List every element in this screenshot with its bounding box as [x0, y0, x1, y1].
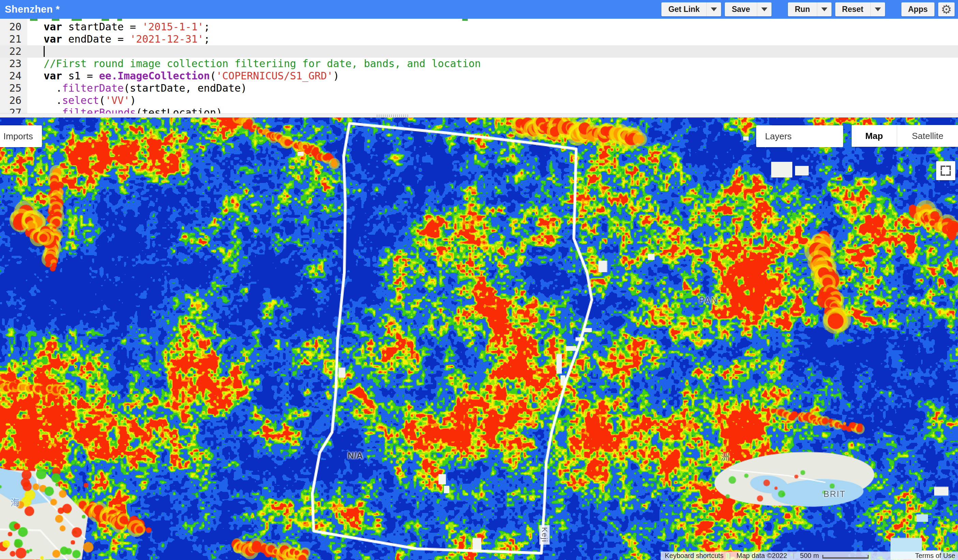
save-dropdown-arrow[interactable] [757, 2, 771, 16]
code-text: .select('VV') [27, 94, 136, 107]
text-cursor [44, 46, 44, 57]
attribution-divider [793, 553, 794, 558]
line-number: 21 [0, 33, 27, 45]
code-line[interactable]: 23//First round image collection filteri… [0, 58, 958, 70]
imports-panel[interactable]: Imports [0, 125, 42, 147]
reset-label: Reset [835, 5, 871, 14]
get-link-label: Get Link [661, 5, 706, 14]
code-line[interactable]: 22 [0, 45, 958, 58]
terms-of-use-link[interactable]: Terms of Use [915, 552, 955, 560]
gear-icon: ⚙ [941, 2, 952, 17]
run-label: Run [788, 5, 817, 14]
code-text: //First round image collection filteriin… [27, 58, 481, 70]
line-number: 24 [0, 70, 27, 82]
code-text: var s1 = ee.ImageCollection('COPERNICUS/… [27, 70, 339, 82]
gee-code-editor-app: Shenzhen * Get Link Save Run Reset Apps [0, 0, 958, 560]
apps-label: Apps [901, 5, 935, 14]
code-text [27, 45, 44, 58]
toolbar: Get Link Save Run Reset Apps ⚙ [661, 2, 955, 16]
code-editor[interactable]: 20var startDate = '2015-1-1';21var endDa… [0, 19, 958, 114]
scale-label: 500 m [800, 552, 819, 560]
title-bar: Shenzhen * Get Link Save Run Reset Apps [0, 0, 958, 19]
get-link-button[interactable]: Get Link [661, 2, 721, 16]
code-text: .filterDate(startDate, endDate) [27, 82, 247, 94]
line-number: 20 [0, 21, 27, 33]
map-attribution-bar: Keyboard shortcuts Map data ©2022 500 m … [661, 552, 958, 560]
map-type-map-button[interactable]: Map [852, 125, 897, 147]
save-button[interactable]: Save [725, 2, 771, 16]
apps-button[interactable]: Apps [901, 2, 935, 16]
map-canvas[interactable] [0, 117, 958, 560]
reset-dropdown-arrow[interactable] [871, 2, 885, 16]
chevron-down-icon [875, 8, 881, 11]
code-text: var startDate = '2015-1-1'; [27, 21, 210, 33]
run-button[interactable]: Run [788, 2, 831, 16]
settings-button[interactable]: ⚙ [938, 2, 955, 16]
keyboard-shortcuts-link[interactable]: Keyboard shortcuts [665, 552, 723, 560]
code-text: .filterBounds(testLocation) [27, 107, 222, 114]
layers-button[interactable]: Layers [756, 125, 843, 147]
chevron-down-icon [821, 8, 828, 11]
code-line[interactable]: 27 .filterBounds(testLocation) [0, 107, 958, 114]
code-text: var endDate = '2021-12-31'; [27, 33, 210, 45]
fullscreen-icon [941, 166, 951, 176]
scale-bar-icon [822, 555, 869, 558]
get-link-dropdown-arrow[interactable] [706, 2, 721, 16]
code-line[interactable]: 21var endDate = '2021-12-31'; [0, 33, 958, 45]
code-line[interactable]: 26 .select('VV') [0, 94, 958, 107]
resize-grip-icon[interactable] [376, 114, 409, 117]
line-number: 26 [0, 94, 27, 107]
reset-button[interactable]: Reset [835, 2, 885, 16]
map-panel: N/AKejiPAN洲BRIT海 Imports Layers Map Sate… [0, 117, 958, 560]
chevron-down-icon [711, 8, 717, 11]
line-number: 22 [0, 45, 27, 58]
chevron-down-icon [761, 8, 768, 11]
line-number: 23 [0, 58, 27, 70]
map-data-attribution: Map data ©2022 [736, 552, 787, 560]
map-scale: 500 m [800, 552, 869, 560]
line-number: 25 [0, 82, 27, 94]
save-label: Save [725, 5, 757, 14]
map-type-satellite-button[interactable]: Satellite [897, 125, 958, 147]
code-line[interactable]: 24var s1 = ee.ImageCollection('COPERNICU… [0, 70, 958, 82]
code-lines: 20var startDate = '2015-1-1';21var endDa… [0, 21, 958, 114]
line-number: 27 [0, 107, 27, 114]
map-type-control: Map Satellite [852, 125, 958, 147]
code-line[interactable]: 20var startDate = '2015-1-1'; [0, 21, 958, 33]
code-line[interactable]: 25 .filterDate(startDate, endDate) [0, 82, 958, 94]
run-dropdown-arrow[interactable] [817, 2, 831, 16]
panel-resize-divider [0, 114, 958, 117]
attribution-divider [730, 553, 730, 558]
fullscreen-button[interactable] [936, 161, 955, 180]
script-title: Shenzhen * [5, 4, 60, 15]
